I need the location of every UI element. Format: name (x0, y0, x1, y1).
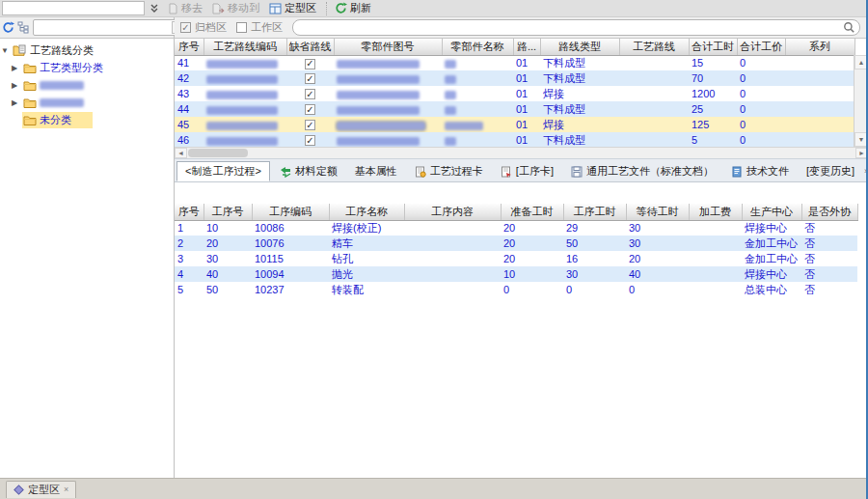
routes-row-46[interactable]: 46✓01下料成型50 (175, 132, 854, 147)
refresh-tree-icon[interactable] (2, 21, 14, 34)
hscroll-thumb[interactable] (188, 149, 248, 157)
default-route-checkbox[interactable]: ✓ (286, 70, 334, 86)
routes-column-header[interactable]: 合计工价 (737, 39, 785, 55)
process-cell: 20 (626, 251, 689, 266)
tab-3[interactable]: 基本属性 (347, 161, 405, 181)
routes-column-header[interactable]: 系列 (785, 39, 854, 55)
fixed-area-button[interactable]: 定型区 (265, 0, 322, 16)
process-row-5[interactable]: 55010237转装配000总装中心否 (175, 282, 857, 297)
routes-row-41[interactable]: 41✓01下料成型150 (175, 55, 854, 70)
routes-column-header[interactable]: 序号 (175, 39, 203, 55)
tree-item-未分类[interactable]: 未分类 (0, 111, 174, 128)
twisty-expanded-icon[interactable]: ▼ (0, 46, 10, 55)
twisty-collapsed-icon[interactable]: ▶ (10, 98, 19, 107)
toolbar-combo-input[interactable] (2, 1, 145, 15)
process-cell (689, 236, 742, 251)
process-column-header[interactable]: 工序工时 (563, 204, 626, 220)
tree-item-redacted-1[interactable]: ▶ (0, 76, 174, 94)
process-cell (689, 220, 742, 236)
tab-2[interactable]: 材料定额 (272, 161, 345, 181)
tab-5[interactable]: [工序卡] (493, 161, 561, 181)
default-route-checkbox[interactable]: ✓ (286, 55, 334, 70)
routes-column-header[interactable]: 工艺路线 (619, 39, 689, 55)
horizontal-scrollbar[interactable]: ◄ ► (175, 147, 868, 158)
routes-table: 序号工艺路线编码缺省路线零部件图号零部件名称路...路线类型工艺路线合计工时合计… (175, 39, 855, 147)
hierarchy-icon[interactable] (17, 21, 30, 34)
routes-row-45[interactable]: 45✓01焊接1250 (175, 117, 854, 132)
redacted-label (40, 98, 84, 107)
category-root-icon (13, 44, 27, 56)
routes-row-44[interactable]: 44✓01下料成型250 (175, 101, 854, 117)
routes-column-header[interactable]: 零部件名称 (442, 39, 513, 55)
status-tab-label: 定型区 (28, 483, 60, 497)
twisty-collapsed-icon[interactable]: ▶ (10, 64, 19, 72)
routes-column-header[interactable]: 缺省路线 (286, 39, 334, 55)
process-cell: 50 (203, 282, 252, 297)
routes-column-header[interactable]: 合计工时 (689, 39, 737, 55)
default-route-checkbox[interactable]: ✓ (286, 132, 334, 147)
redacted-cell (337, 106, 420, 115)
process-cell (404, 236, 501, 251)
routes-column-header[interactable]: 工艺路线编码 (203, 39, 286, 55)
process-column-header[interactable]: 准备工时 (501, 204, 563, 220)
routes-grid: 序号工艺路线编码缺省路线零部件图号零部件名称路...路线类型工艺路线合计工时合计… (175, 39, 868, 147)
redacted-cell (206, 60, 278, 69)
workspace-checkbox[interactable] (236, 22, 247, 33)
process-column-header[interactable]: 工序名称 (329, 204, 404, 220)
process-cell: 16 (563, 251, 626, 266)
default-route-checkbox[interactable]: ✓ (286, 117, 334, 132)
tab-label: 技术文件 (746, 164, 789, 179)
process-column-header[interactable]: 是否外协 (801, 204, 857, 220)
process-row-2[interactable]: 22010076精车205030金加工中心否 (175, 236, 857, 251)
tab-7[interactable]: 技术文件 (723, 161, 797, 181)
archive-checkbox[interactable]: ✓ (180, 22, 191, 33)
default-route-checkbox[interactable]: ✓ (286, 101, 334, 117)
tab-8[interactable]: [变更历史] (799, 161, 862, 181)
process-row-4[interactable]: 44010094抛光103040焊接中心否 (175, 266, 857, 282)
tree-root[interactable]: ▼工艺路线分类 (0, 42, 174, 59)
status-tab-fixed-area[interactable]: 定型区 × (6, 481, 76, 498)
routes-column-header[interactable]: 路... (513, 39, 540, 55)
routes-column-header[interactable]: 路线类型 (540, 39, 619, 55)
twisty-collapsed-icon[interactable]: ▶ (10, 81, 19, 90)
tab-4[interactable]: 工艺过程卡 (407, 161, 491, 181)
routes-row-42[interactable]: 42✓01下料成型700 (175, 70, 854, 86)
process-cell: 10094 (252, 266, 329, 282)
process-cell: 30 (626, 220, 689, 236)
process-column-header[interactable]: 加工费 (689, 204, 742, 220)
close-icon[interactable]: × (64, 485, 68, 494)
remove-button[interactable]: 移去 (164, 0, 208, 16)
tree-filter-input[interactable] (34, 22, 171, 34)
refresh-button[interactable]: 刷新 (331, 0, 377, 16)
remove-button-label: 移去 (181, 1, 203, 15)
tab-1[interactable]: <制造工序过程> (176, 161, 270, 181)
process-column-header[interactable]: 工序编码 (252, 204, 329, 220)
default-route-checkbox[interactable]: ✓ (286, 86, 334, 101)
move-to-button-label: 移动到 (228, 1, 259, 15)
process-row-1[interactable]: 11010086焊接(校正)202930焊接中心否 (175, 220, 857, 236)
tree-item-redacted-2[interactable]: ▶ (0, 94, 174, 111)
search-icon[interactable] (843, 21, 855, 34)
tab-6[interactable]: 通用工艺文件（标准文档） (563, 161, 721, 181)
routes-column-header[interactable]: 零部件图号 (334, 39, 442, 55)
routes-row-43[interactable]: 43✓01焊接12000 (175, 86, 854, 101)
move-to-button[interactable]: 移动到 (208, 0, 265, 16)
process-cell: 30 (203, 251, 252, 266)
process-column-header[interactable]: 工序内容 (404, 204, 501, 220)
toolbar-separator (326, 2, 327, 15)
process-column-header[interactable]: 生产中心 (742, 204, 801, 220)
process-cell: 10076 (252, 236, 329, 251)
process-column-header[interactable]: 等待工时 (626, 204, 689, 220)
process-cell: 总装中心 (742, 282, 801, 297)
process-card-icon (415, 166, 426, 178)
redacted-cell (337, 137, 420, 146)
chevron-double-down-icon[interactable] (145, 1, 164, 16)
process-column-header[interactable]: 序号 (175, 204, 203, 220)
redacted-cell (445, 106, 456, 115)
search-input[interactable] (297, 22, 843, 34)
redacted-cell (337, 60, 420, 69)
scroll-left-icon[interactable]: ◄ (175, 148, 187, 158)
tree-item-工艺类型分类[interactable]: ▶工艺类型分类 (0, 59, 174, 76)
process-column-header[interactable]: 工序号 (203, 204, 252, 220)
process-row-3[interactable]: 33010115钻孔201620金加工中心否 (175, 251, 857, 266)
